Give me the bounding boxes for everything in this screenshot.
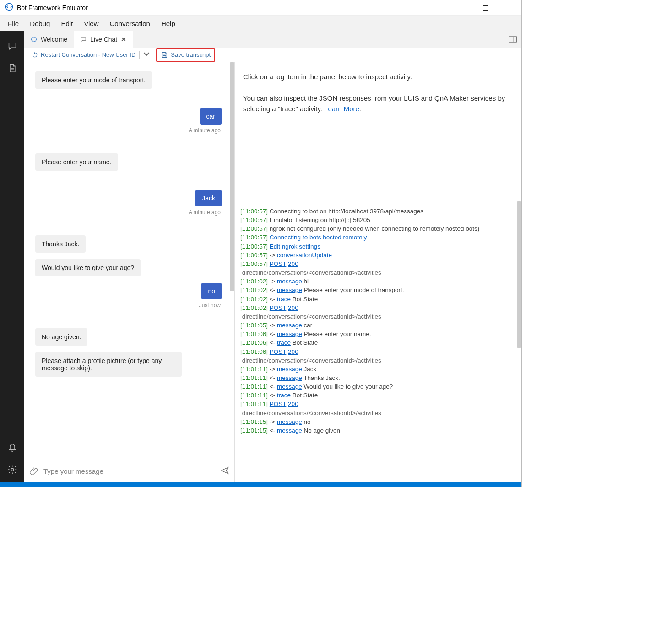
save-icon	[161, 51, 168, 59]
log-link[interactable]: Edit ngrok settings	[270, 243, 320, 250]
log-line[interactable]: [11:00:57] Edit ngrok settings	[240, 242, 516, 251]
message-bubble: no	[201, 283, 222, 299]
user-message[interactable]: carA minute ago	[35, 108, 222, 134]
log-link[interactable]: Connecting to bots hosted remotely	[270, 234, 367, 241]
log-link[interactable]: trace	[277, 392, 291, 399]
log-line[interactable]: [11:01:11] -> message Jack	[240, 365, 516, 374]
log-line[interactable]: [11:00:57] -> conversationUpdate	[240, 251, 516, 260]
log-line[interactable]: [11:01:02] <- message Please enter your …	[240, 286, 516, 294]
chat-scrollbar[interactable]	[230, 62, 234, 460]
menu-view[interactable]: View	[79, 17, 103, 30]
log-line[interactable]: [11:01:15] -> message no	[240, 417, 516, 426]
attach-icon[interactable]	[30, 466, 38, 476]
message-timestamp: A minute ago	[189, 209, 222, 216]
message-input[interactable]: Type your message	[43, 467, 215, 475]
menu-conversation[interactable]: Conversation	[105, 17, 154, 30]
restart-conversation-button[interactable]: Restart Conversation - New User ID	[32, 51, 150, 59]
send-icon[interactable]	[221, 466, 229, 476]
log-link[interactable]: message	[277, 330, 302, 337]
sidebar-gear-icon[interactable]	[0, 460, 24, 479]
log-line[interactable]: [11:00:57] Emulator listening on http://…	[240, 216, 516, 224]
app-icon	[5, 3, 13, 13]
restart-icon	[32, 52, 38, 58]
log-line[interactable]: [11:01:11] <- trace Bot State	[240, 391, 516, 400]
user-message[interactable]: noJust now	[35, 283, 222, 309]
message-bubble: Jack	[195, 190, 222, 206]
chevron-down-icon[interactable]	[139, 51, 150, 59]
log-link[interactable]: 200	[288, 348, 298, 355]
log-subline: directline/conversations/<conversationId…	[240, 409, 516, 417]
bot-message[interactable]: No age given.	[35, 328, 222, 346]
restart-label: Restart Conversation - New User ID	[41, 51, 135, 58]
split-panel-icon[interactable]	[509, 31, 521, 48]
log-link[interactable]: message	[277, 322, 302, 329]
maximize-button[interactable]	[475, 0, 496, 15]
close-icon[interactable]: ✕	[121, 36, 126, 43]
sidebar-bell-icon[interactable]	[0, 438, 24, 457]
titlebar: Bot Framework Emulator	[0, 0, 521, 16]
log-line[interactable]: [11:01:15] <- message No age given.	[240, 426, 516, 435]
log-line[interactable]: [11:01:02] <- trace Bot State	[240, 295, 516, 303]
log-scrollbar[interactable]	[517, 201, 521, 482]
svg-point-3	[32, 37, 37, 42]
bot-message[interactable]: Please enter your name.	[35, 153, 222, 171]
log-link[interactable]: message	[277, 418, 302, 425]
log-line[interactable]: [11:01:11] POST 200	[240, 400, 516, 408]
menu-edit[interactable]: Edit	[56, 17, 77, 30]
bot-message[interactable]: Please enter your mode of transport.	[35, 71, 222, 89]
welcome-icon	[31, 36, 37, 43]
message-bubble: Please enter your mode of transport.	[35, 71, 152, 89]
menu-help[interactable]: Help	[157, 17, 180, 30]
bot-message[interactable]: Please attach a profile picture (or type…	[35, 352, 222, 377]
log-line[interactable]: [11:01:06] <- trace Bot State	[240, 338, 516, 347]
log-line[interactable]: [11:01:05] -> message car	[240, 321, 516, 330]
log-link[interactable]: message	[277, 427, 302, 434]
log-link[interactable]: 200	[288, 401, 298, 407]
minimize-button[interactable]	[454, 0, 475, 15]
log-link[interactable]: 200	[288, 304, 298, 311]
log-panel[interactable]: [11:00:57] Connecting to bot on http://l…	[235, 201, 521, 482]
log-line[interactable]: [11:01:02] POST 200	[240, 303, 516, 312]
log-link[interactable]: trace	[277, 339, 291, 346]
log-link[interactable]: POST	[270, 348, 287, 355]
log-line[interactable]: [11:01:11] <- message Thanks Jack.	[240, 374, 516, 382]
log-link[interactable]: message	[277, 383, 302, 390]
save-transcript-button[interactable]: Save transcript	[156, 48, 215, 62]
user-message[interactable]: JackA minute ago	[35, 190, 222, 216]
log-link[interactable]: trace	[277, 296, 291, 303]
log-line[interactable]: [11:00:57] POST 200	[240, 260, 516, 268]
tab-livechat-label: Live Chat	[90, 36, 117, 43]
tab-welcome[interactable]: Welcome	[24, 31, 74, 48]
log-line[interactable]: [11:00:57] Connecting to bots hosted rem…	[240, 233, 516, 242]
log-link[interactable]: POST	[270, 401, 287, 407]
log-line[interactable]: [11:01:06] POST 200	[240, 347, 516, 356]
bot-message[interactable]: Thanks Jack.	[35, 235, 222, 253]
menu-debug[interactable]: Debug	[25, 17, 54, 30]
log-line[interactable]: [11:01:11] <- message Would you like to …	[240, 382, 516, 391]
log-link[interactable]: POST	[270, 260, 287, 267]
tabs: Welcome Live Chat ✕	[24, 31, 521, 48]
close-button[interactable]	[496, 0, 517, 15]
log-link[interactable]: 200	[288, 260, 298, 267]
bot-message[interactable]: Would you like to give your age?	[35, 259, 222, 276]
window-title: Bot Framework Emulator	[17, 4, 88, 11]
log-line[interactable]: [11:01:02] -> message hi	[240, 277, 516, 286]
sidebar-file-icon[interactable]	[0, 59, 24, 78]
log-line[interactable]: [11:00:57] Connecting to bot on http://l…	[240, 207, 516, 216]
log-line[interactable]: [11:01:06] <- message Please enter your …	[240, 330, 516, 338]
tab-livechat[interactable]: Live Chat ✕	[74, 31, 133, 48]
log-line[interactable]: [11:00:57] ngrok not configured (only ne…	[240, 224, 516, 233]
log-link[interactable]: message	[277, 287, 302, 293]
log-link[interactable]: message	[277, 366, 302, 373]
menu-file[interactable]: File	[3, 17, 23, 30]
log-link[interactable]: message	[277, 374, 302, 381]
message-bubble: No age given.	[35, 328, 87, 346]
message-bubble: Please enter your name.	[35, 153, 118, 171]
sidebar-chat-icon[interactable]	[0, 37, 24, 56]
log-link[interactable]: message	[277, 278, 302, 285]
log-link[interactable]: conversationUpdate	[277, 252, 332, 259]
log-link[interactable]: POST	[270, 304, 287, 311]
svg-rect-1	[483, 5, 488, 10]
inspector-panel: Click on a log item in the panel below t…	[235, 62, 521, 482]
learn-more-link[interactable]: Learn More	[324, 105, 359, 113]
